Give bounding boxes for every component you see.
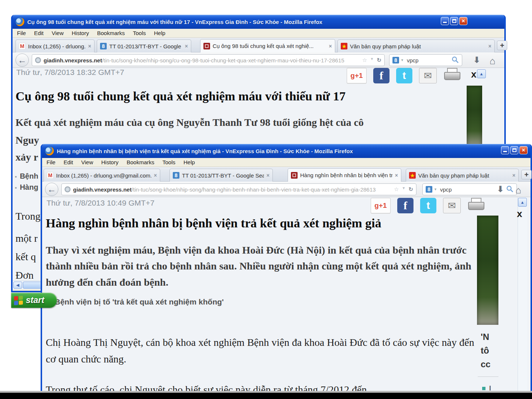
facebook-share-button[interactable]: f [397, 198, 413, 213]
google-icon: 8 [173, 172, 179, 179]
related-link-label[interactable]: Bệnh viện bị tố 'trả kết quả xét nghiệm … [55, 297, 224, 306]
start-button[interactable]: start [11, 293, 57, 308]
sidebar-thumbnail-image[interactable] [467, 86, 482, 146]
print-button[interactable] [467, 198, 484, 213]
titlebar[interactable]: Hàng nghìn bệnh nhân bị bệnh viện trả kế… [42, 144, 531, 158]
tab-close-icon[interactable]: × [267, 172, 270, 178]
tab-close-icon[interactable]: × [512, 172, 515, 178]
windows-logo-icon [14, 296, 23, 305]
titlebar[interactable]: Cụ ông 98 tuổi chung kết quả xét nghiệm … [13, 15, 504, 29]
menu-bar: File Edit View History Bookmarks Tools H… [13, 29, 504, 38]
related-link-fragment[interactable]: Hàng [15, 183, 38, 192]
tab-close-icon[interactable]: × [185, 43, 188, 49]
facebook-share-button[interactable]: f [373, 68, 389, 83]
search-engine-icon: 8 [426, 186, 432, 193]
menu-view[interactable]: View [52, 30, 64, 36]
search-input[interactable]: vpcp [407, 57, 419, 63]
home-icon[interactable]: ⌂ [515, 185, 521, 196]
body-fragment: Trong [16, 210, 40, 222]
tab-close-icon[interactable]: × [329, 43, 332, 49]
download-icon[interactable]: ⬇ [473, 55, 480, 65]
search-bar[interactable]: 8 ▼ vpcp [389, 54, 462, 66]
maximize-button[interactable] [450, 17, 458, 25]
bookmark-star-icon[interactable]: ☆ [362, 57, 367, 63]
menu-file[interactable]: File [47, 159, 55, 165]
menu-file[interactable]: File [17, 30, 26, 36]
email-share-button[interactable]: ✉ [443, 198, 461, 213]
related-link-fragment[interactable]: Bệnh [15, 172, 38, 180]
scroll-up-button[interactable]: ▲ [477, 69, 486, 78]
tab-gmail-inbox[interactable]: M Inbox (1,265) - drluong.vn@gmail.com..… [44, 169, 160, 182]
tab-label: TT 01-2013/TT-BYT - Google Search [109, 43, 182, 49]
tab-van-ban[interactable]: ★ Văn bản quy phạm pháp luật × [406, 169, 519, 182]
url-bar[interactable]: giadinh.vnexpress.net/tin-tuc/song-khoe/… [61, 183, 416, 195]
download-icon[interactable]: ⬇ [497, 185, 504, 194]
google-plus-one-button[interactable]: g+1 [347, 68, 367, 83]
menu-help[interactable]: Help [183, 159, 195, 165]
maximize-button[interactable] [510, 146, 518, 154]
tab-close-icon[interactable]: × [154, 172, 157, 178]
menu-bookmarks[interactable]: Bookmarks [97, 30, 125, 36]
minimize-button[interactable] [441, 17, 449, 25]
article-lede-line: Kết quả xét nghiệm máu của cụ ông Nguyễn… [16, 114, 364, 130]
search-icon[interactable] [452, 56, 459, 65]
tab-close-icon[interactable]: × [395, 172, 398, 178]
window-title: Hàng nghìn bệnh nhân bị bệnh viện trả kế… [57, 148, 353, 154]
back-button[interactable]: ← [45, 183, 58, 196]
close-button[interactable]: ✕ [519, 146, 528, 154]
tab-article-active[interactable]: Hàng nghìn bệnh nhân bị bệnh viện trả ..… [288, 168, 401, 182]
new-tab-button[interactable]: + [521, 170, 532, 179]
menu-view[interactable]: View [81, 159, 93, 165]
print-button[interactable] [443, 68, 460, 83]
close-button[interactable]: ✕ [459, 17, 467, 25]
menu-edit[interactable]: Edit [64, 159, 73, 165]
tab-close-icon[interactable]: × [88, 43, 91, 49]
sidebar-thumbnail-image[interactable] [477, 216, 498, 325]
dropdown-icon[interactable]: ▼ [402, 186, 406, 193]
vertical-scrollbar[interactable] [518, 197, 527, 397]
reload-icon[interactable]: ↻ [377, 57, 381, 63]
menu-tools[interactable]: Tools [162, 159, 175, 165]
firefox-window-front: Hàng nghìn bệnh nhân bị bệnh viện trả kế… [41, 144, 532, 399]
minimize-button[interactable] [501, 146, 509, 154]
twitter-share-button[interactable]: t [396, 68, 412, 83]
tab-van-ban[interactable]: ★ Văn bản quy phạm pháp luật × [337, 39, 495, 52]
tab-bar: M Inbox (1,265) - drluong.vn@gmail.com..… [42, 167, 531, 182]
search-engine-caret-icon[interactable]: ▼ [434, 188, 437, 191]
scroll-up-button[interactable]: ▲ [518, 198, 527, 207]
menu-history[interactable]: History [72, 30, 89, 36]
tab-gmail-inbox[interactable]: M Inbox (1,265) - drluong.vn@gmail.com..… [16, 39, 95, 52]
menu-help[interactable]: Help [154, 30, 165, 36]
social-share-row: g+1 f t ✉ [371, 198, 484, 213]
tab-label: Văn bản quy phạm pháp luật [418, 172, 510, 179]
bookmark-star-icon[interactable]: ☆ [394, 186, 399, 193]
email-share-button[interactable]: ✉ [419, 68, 437, 83]
scroll-left-button[interactable]: ◀ [13, 282, 22, 289]
article-headline: Hàng nghìn bệnh nhân bị bệnh viện trả kế… [46, 216, 381, 230]
vietnam-flag-icon: ★ [341, 43, 347, 49]
google-plus-one-button[interactable]: g+1 [371, 198, 391, 213]
menu-bar: File Edit View History Bookmarks Tools H… [42, 158, 531, 167]
tab-close-icon[interactable]: × [488, 43, 491, 49]
home-icon[interactable]: ⌂ [490, 55, 495, 67]
article-lede: Thay vì xét nghiệm máu, Bệnh viện đa kho… [46, 242, 478, 290]
search-engine-caret-icon[interactable]: ▼ [401, 58, 404, 62]
back-button[interactable]: ← [16, 54, 29, 67]
menu-history[interactable]: History [101, 159, 119, 165]
related-article-link[interactable]: Bệnh viện bị tố 'trả kết quả xét nghiệm … [47, 297, 224, 306]
menu-bookmarks[interactable]: Bookmarks [127, 159, 154, 165]
new-tab-button[interactable]: + [497, 41, 507, 50]
search-icon[interactable] [506, 185, 514, 194]
dropdown-icon[interactable]: ▼ [370, 57, 374, 63]
tab-article-active[interactable]: Cụ ông 98 tuổi chung kết quả xét nghiệ..… [200, 39, 335, 52]
url-bar[interactable]: giadinh.vnexpress.net/tin-tuc/song-khoe/… [32, 54, 385, 66]
tab-google-search[interactable]: 8 TT 01-2013/TT-BYT - Google Search × [169, 169, 273, 182]
tab-google-search[interactable]: 8 TT 01-2013/TT-BYT - Google Search × [97, 39, 191, 52]
search-input[interactable]: vpcp [440, 186, 452, 193]
twitter-share-button[interactable]: t [420, 198, 436, 213]
menu-edit[interactable]: Edit [34, 30, 44, 36]
reload-icon[interactable]: ↻ [408, 186, 413, 193]
menu-tools[interactable]: Tools [133, 30, 146, 36]
start-label: start [26, 295, 44, 305]
sidebar-headline-fragment[interactable]: 'N tô cc [481, 330, 491, 371]
